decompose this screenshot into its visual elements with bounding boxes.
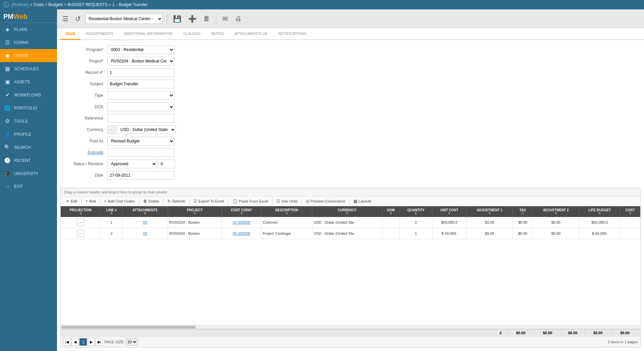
record-label: Record #* — [64, 70, 107, 75]
add-button[interactable]: ➕ — [186, 13, 199, 24]
email-button[interactable]: ✉ — [220, 13, 230, 24]
page-size-select[interactable]: 20 — [126, 338, 138, 346]
sidebar-item-search[interactable]: 🔍 SEARCH — [0, 141, 57, 154]
attachments-link[interactable]: (0) — [143, 231, 147, 235]
sidebar-item-tools[interactable]: ⚙ TOOLS — [0, 115, 57, 128]
prev-page-button[interactable]: ◀ — [71, 338, 79, 346]
tab-main[interactable]: MAIN — [60, 28, 80, 40]
reference-row: Reference — [64, 114, 637, 123]
project-dropdown[interactable]: Residential-Boston Medical Center - — [86, 14, 163, 24]
doa-select[interactable] — [107, 102, 174, 111]
reference-input[interactable] — [107, 114, 174, 123]
status-select[interactable]: Approved — [107, 160, 157, 168]
date-input[interactable] — [107, 171, 174, 180]
layouts-button[interactable]: ▦ Layouts — [351, 198, 374, 205]
next-page-button[interactable]: ▶ — [88, 338, 95, 346]
cell-adjustment2: $0.00 — [533, 217, 579, 228]
doa-row: DOA — [64, 102, 637, 111]
horizontal-scrollbar[interactable] — [61, 325, 640, 329]
col-description: DESCRIPTION⇅ — [261, 206, 312, 217]
scrollbar-thumb[interactable] — [61, 326, 196, 328]
sidebar-item-schedules[interactable]: ▦ SCHEDULES — [0, 62, 57, 75]
sidebar-item-exit[interactable]: → EXIT — [0, 180, 57, 193]
sidebar-item-portfolio[interactable]: 🌐 PORTFOLIO — [0, 101, 57, 115]
row-menu-button[interactable]: ··· — [77, 230, 84, 237]
top-bar: i (Portfolio) > Costs > Budgets > BUDGET… — [0, 0, 644, 9]
add-row-button[interactable]: + Add — [83, 198, 99, 205]
cell-tax: $0.00 — [513, 217, 533, 228]
grid-sep-7 — [272, 198, 272, 204]
edit-button[interactable]: ✏ Edit — [63, 198, 80, 205]
plans-icon: ◈ — [4, 26, 11, 33]
sidebar-item-label: PLANS — [14, 27, 27, 32]
sidebar-item-plans[interactable]: ◈ PLANS — [0, 23, 57, 36]
project-select[interactable]: RVS0104 - Boston Medical Center — [107, 57, 174, 65]
record-input[interactable] — [107, 68, 174, 77]
sidebar-item-label: WORKFLOWS — [14, 93, 41, 97]
currency-select[interactable]: USD - Dollar (United States of America) — [117, 125, 176, 134]
cost-code-link[interactable]: 05-005000 — [233, 231, 251, 235]
sidebar-item-forms[interactable]: ☰ FORMS — [0, 36, 57, 49]
type-row: Type — [64, 91, 637, 100]
sidebar-item-university[interactable]: 🎓 UNIVERSITY — [0, 167, 57, 180]
currency-expand-button[interactable]: ··· — [107, 126, 115, 134]
export-excel-button[interactable]: ☑ Export To Excel — [191, 198, 227, 205]
cell-uom — [382, 217, 399, 228]
undo-button[interactable]: ↺ — [73, 13, 83, 24]
sidebar-item-label: FORMS — [14, 40, 29, 45]
tab-attachments[interactable]: ATTACHMENTS (4) — [229, 28, 273, 40]
forms-icon: ☰ — [4, 39, 11, 46]
first-page-button[interactable]: |◀ — [63, 338, 71, 346]
estimate-input[interactable] — [107, 148, 174, 157]
tab-adjustments[interactable]: ADJUSTMENTS — [80, 28, 118, 40]
sidebar-item-recent[interactable]: 🕐 RECENT — [0, 154, 57, 167]
use-units-button[interactable]: ☑ Use Units — [274, 198, 300, 205]
cell-life-budget: $50,000.0 — [579, 217, 620, 228]
cost-code-link[interactable]: 02-030000 — [233, 220, 251, 224]
cell-project: RVS0104 - Boston — [168, 217, 222, 228]
sidebar-item-workflows[interactable]: ✔ WORKFLOWS — [0, 88, 57, 101]
sidebar-item-assets[interactable]: ▣ ASSETS — [0, 75, 57, 88]
program-select[interactable]: 0003 - Residential — [107, 45, 174, 54]
col-tax: TAX⇅ — [513, 206, 533, 217]
info-icon: i — [3, 2, 9, 7]
schedules-icon: ▦ — [4, 65, 11, 72]
post-as-row: Post As Revised Budget — [64, 137, 637, 145]
cell-unit-cost: $-50,000. — [432, 228, 467, 239]
refresh-button[interactable]: ↻ Refresh — [165, 198, 188, 205]
tab-additional[interactable]: ADDITIONAL INFORMATION — [118, 28, 178, 40]
program-row: Program* 0003 - Residential — [64, 45, 637, 54]
print-button[interactable]: 🖨 — [233, 13, 244, 24]
tab-notes[interactable]: NOTES — [206, 28, 229, 40]
preview-conversions-button[interactable]: ◎ Preview Conversions — [303, 198, 348, 205]
estimate-link[interactable]: Estimate — [88, 150, 103, 155]
col-cost: COST⇅ — [620, 206, 640, 217]
last-page-button[interactable]: ▶| — [96, 338, 103, 346]
breadcrumb-portfolio[interactable]: (Portfolio) — [11, 2, 29, 7]
sidebar-item-label: Costs — [14, 53, 28, 58]
cell-attachments: (0) — [122, 217, 168, 228]
recent-icon: 🕐 — [4, 157, 11, 164]
grid-table: PROJECTION⇅ LINE #⇅ ATTACHMENTS⇅ PROJECT… — [61, 206, 640, 239]
add-cost-codes-button[interactable]: + Add Cost Codes — [102, 198, 138, 205]
post-as-select[interactable]: Revised Budget — [107, 137, 174, 145]
cell-description: Concrete — [261, 217, 312, 228]
footer-adj2: $0.00 — [585, 331, 611, 335]
tab-clauses[interactable]: CLAUSES — [178, 28, 206, 40]
paste-excel-button[interactable]: 📋 Paste From Excel — [230, 198, 271, 205]
type-select[interactable] — [107, 91, 174, 100]
subject-input[interactable] — [107, 80, 174, 88]
delete-button[interactable]: 🗑 — [201, 13, 212, 24]
table-wrapper: PROJECTION⇅ LINE #⇅ ATTACHMENTS⇅ PROJECT… — [61, 206, 640, 325]
sidebar-item-profile[interactable]: 👤 PROFILE — [0, 128, 57, 141]
page-1-button[interactable]: 1 — [79, 338, 87, 346]
tab-notifications[interactable]: NOTIFICATIONS — [273, 28, 312, 40]
sidebar-item-costs[interactable]: ◉ Costs — [0, 49, 57, 62]
attachments-link[interactable]: (0) — [143, 220, 147, 224]
revision-input[interactable] — [158, 160, 175, 168]
delete-row-button[interactable]: 🗑 Delete — [141, 198, 162, 205]
subject-row: Subject — [64, 80, 637, 88]
row-menu-button[interactable]: ··· — [77, 219, 84, 226]
list-icon[interactable]: ☰ — [60, 13, 70, 24]
save-button[interactable]: 💾 — [171, 13, 183, 24]
